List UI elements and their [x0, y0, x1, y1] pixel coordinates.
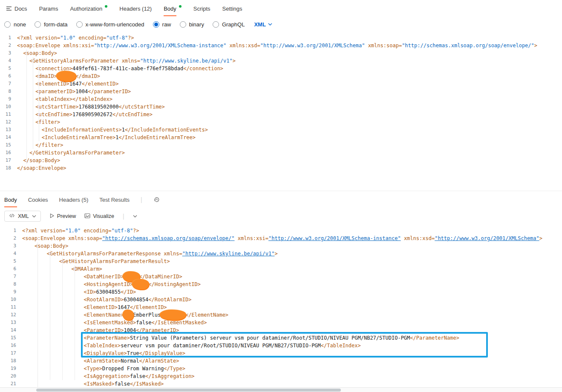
- raw-format-select[interactable]: XML: [254, 21, 272, 28]
- code-line: 1<?xml version="1.0" encoding="utf-8"?>: [0, 227, 562, 235]
- scrollbar-thumb[interactable]: [36, 389, 341, 392]
- xml-tag: </elementID>: [82, 81, 119, 87]
- xml-attr-value: "utf-8": [107, 35, 128, 41]
- response-tab-body[interactable]: Body: [4, 191, 17, 208]
- redaction-scribble: [133, 280, 148, 288]
- line-number: 14: [0, 326, 22, 334]
- separator: |: [141, 196, 142, 203]
- code-line: 14 <IncludeEntireAlarmTree>1</IncludeEnt…: [0, 134, 562, 141]
- xml-attr-value: "http://schemas.xmlsoap.org/soap/envelop…: [402, 43, 534, 49]
- line-number: 6: [0, 265, 22, 273]
- line-number: 13: [0, 126, 17, 134]
- xml-text: Dropped From Warning: [102, 366, 164, 372]
- xml-link[interactable]: "http://www.w3.org/2001/XMLSchema-instan…: [268, 235, 401, 241]
- chevron-down-icon[interactable]: [133, 215, 137, 217]
- xml-link[interactable]: "http://schemas.xmlsoap.org/soap/envelop…: [102, 235, 235, 241]
- preview-button[interactable]: Preview: [49, 213, 76, 220]
- code-line: 20 <IsAggregation>false</IsAggregation>: [0, 372, 562, 380]
- response-tab-test-results[interactable]: Test Results: [99, 191, 130, 208]
- visualize-button[interactable]: Visualize: [84, 213, 114, 220]
- line-number: 19: [0, 365, 22, 372]
- xml-link[interactable]: "http://www.w3.org/2001/XMLSchema": [435, 235, 539, 241]
- xml-tag: </ParameterName>: [410, 335, 459, 341]
- code-line: 21 <IsMasked>false</IsMasked>: [0, 380, 562, 388]
- xml-tag: </utcEndTime>: [112, 112, 153, 117]
- xml-text: EmberPlus: [133, 312, 161, 318]
- xml-tag: <filter>: [35, 119, 60, 125]
- tab-label: Headers (12): [119, 6, 152, 12]
- line-number: 8: [0, 88, 17, 95]
- xml-tag: <Type>: [84, 366, 102, 372]
- xml-attr-value: "http://www.w3.org/2001/XMLSchema-instan…: [94, 43, 227, 49]
- xml-tag: <soap:Envelope xmlns:soap=: [22, 235, 102, 241]
- body-type-raw[interactable]: raw: [153, 21, 171, 28]
- tab-docs[interactable]: Docs: [6, 0, 27, 17]
- xml-tag: >: [539, 235, 542, 241]
- line-number: 18: [0, 357, 22, 365]
- response-tab-headers[interactable]: Headers (5): [59, 191, 89, 208]
- body-type-binary[interactable]: binary: [180, 21, 204, 28]
- xml-tag: </filter>: [35, 142, 63, 148]
- xml-tag: </GetHistoryAlarmsForParameter>: [29, 150, 125, 156]
- response-format-select[interactable]: XML: [4, 211, 41, 222]
- request-body-editor[interactable]: 1<?xml version="1.0" encoding="utf-8"?>2…: [0, 31, 562, 172]
- xml-tag: </ParameterID>: [136, 327, 179, 333]
- xml-tag: ?>: [133, 228, 139, 234]
- tab-body[interactable]: Body: [164, 0, 182, 17]
- xml-text: 1004: [75, 89, 88, 94]
- code-line: 12 <filter>: [0, 118, 562, 126]
- xml-text: Normal: [121, 358, 139, 364]
- tab-authorization[interactable]: Authorization: [70, 0, 107, 17]
- body-type-form-data[interactable]: form-data: [35, 21, 68, 28]
- xml-link[interactable]: "http://www.skyline.be/api/v1": [182, 251, 275, 257]
- horizontal-scrollbar[interactable]: [0, 387, 562, 392]
- response-format-value: XML: [18, 213, 29, 219]
- line-number: 4: [0, 57, 17, 65]
- xml-tag: </HostingAgentID>: [148, 281, 201, 287]
- xml-tag: <elementID>: [35, 81, 69, 87]
- xml-tag: <AlarmState>: [84, 358, 121, 364]
- history-clock-icon[interactable]: [153, 196, 160, 203]
- xml-tag: </soap:Body>: [23, 157, 60, 163]
- code-line: 8 <parameterID>1004</parameterID>: [0, 88, 562, 95]
- xml-text: 1: [122, 127, 125, 133]
- xml-tag: <DataMinerID>: [84, 274, 124, 280]
- xml-tag: encoding=: [81, 228, 111, 234]
- xml-tag: <GetHistoryAlarmsForParameterResponse xm…: [47, 251, 182, 257]
- tab-label: Scripts: [193, 6, 210, 12]
- line-number: 14: [0, 134, 17, 141]
- line-number: 11: [0, 303, 22, 311]
- body-type-none[interactable]: none: [4, 21, 26, 28]
- request-tab-bar: Docs Params Authorization Headers (12) B…: [0, 0, 562, 17]
- tab-label: Params: [39, 6, 58, 12]
- body-type-urlencoded[interactable]: x-www-form-urlencoded: [76, 21, 144, 28]
- xml-tag: </RootAlarmID>: [148, 297, 191, 303]
- line-number: 3: [0, 49, 17, 57]
- redaction-scribble: [124, 311, 133, 319]
- xml-tag: <RootAlarmID>: [84, 297, 124, 303]
- line-number: 16: [0, 149, 17, 157]
- line-number: 12: [0, 311, 22, 319]
- code-line: 19 <Type>Dropped From Warning</Type>: [0, 365, 562, 372]
- xml-tag: xmlns:xsd=: [226, 43, 260, 49]
- tab-params[interactable]: Params: [39, 0, 58, 17]
- xml-text: True: [127, 350, 139, 356]
- xml-text: 1647: [69, 81, 82, 87]
- body-type-graphql[interactable]: GraphQL: [213, 21, 245, 28]
- response-body-viewer[interactable]: 1<?xml version="1.0" encoding="utf-8"?>2…: [0, 224, 562, 388]
- xml-tag: <dmaID>: [35, 73, 57, 79]
- tab-settings[interactable]: Settings: [222, 0, 242, 17]
- tab-label: Settings: [222, 6, 242, 12]
- xml-tag: <IsMasked>: [84, 381, 115, 387]
- radio-icon: [153, 21, 159, 28]
- tab-label: Headers (5): [59, 197, 89, 203]
- xml-attr-value: "utf-8": [112, 228, 133, 234]
- xml-tag: </ID>: [121, 289, 136, 295]
- code-line: 16 </GetHistoryAlarmsForParameter>: [0, 149, 562, 157]
- response-tab-cookies[interactable]: Cookies: [28, 191, 48, 208]
- radio-icon: [76, 21, 83, 28]
- tab-headers[interactable]: Headers (12): [119, 0, 152, 17]
- response-section: Body Cookies Headers (5) Test Results | …: [0, 191, 562, 388]
- xml-text: false: [130, 373, 145, 379]
- tab-scripts[interactable]: Scripts: [193, 0, 210, 17]
